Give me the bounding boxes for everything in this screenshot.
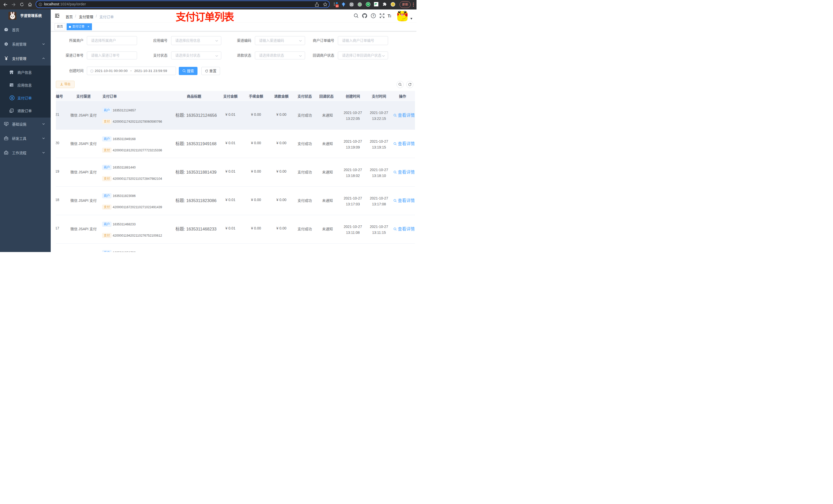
svg-text:10: 10 — [336, 5, 339, 7]
svg-text:?: ? — [373, 14, 374, 17]
